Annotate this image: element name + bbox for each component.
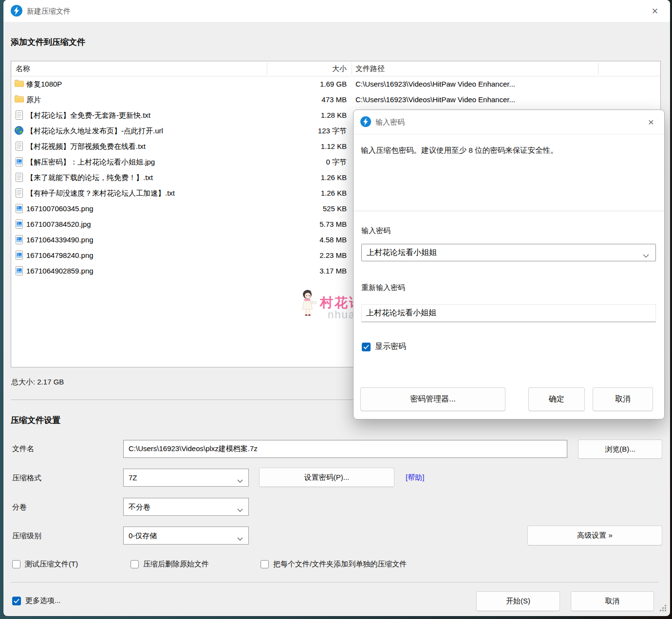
cancel-button[interactable]: 取消 xyxy=(571,591,654,611)
filename-label: 文件名 xyxy=(12,444,34,454)
add-files-heading: 添加文件到压缩文件 xyxy=(11,36,85,48)
file-name: 【村花视频】万部视频免费在线看.txt xyxy=(26,139,146,154)
chevron-down-icon[interactable] xyxy=(643,251,649,260)
dialog-close-icon[interactable]: × xyxy=(644,110,658,134)
password-dialog: 输入密码 × 输入压缩包密码。建议使用至少 8 位的密码来保证安全性。 输入密码… xyxy=(353,109,665,419)
file-size: 1.12 KB xyxy=(267,139,347,154)
file-name: 原片 xyxy=(26,92,41,108)
dialog-divider xyxy=(354,211,664,211)
file-name: 1671007060345.png xyxy=(26,201,93,217)
dialog-cancel-button[interactable]: 取消 xyxy=(593,387,653,411)
bandizip-logo-icon xyxy=(360,116,371,127)
dialog-description: 输入压缩包密码。建议使用至少 8 位的密码来保证安全性。 xyxy=(361,145,657,156)
column-header-path[interactable]: 文件路径 xyxy=(355,61,385,75)
chevron-down-icon xyxy=(237,505,243,513)
checkbox-icon[interactable] xyxy=(261,560,269,568)
checkbox-icon[interactable] xyxy=(131,560,139,568)
image-file-icon xyxy=(14,204,24,214)
file-size: 4.58 MB xyxy=(267,232,347,248)
image-file-icon xyxy=(14,157,24,167)
text-file-icon xyxy=(14,173,24,182)
set-password-button[interactable]: 设置密码(P)... xyxy=(259,468,394,487)
format-label: 压缩格式 xyxy=(12,473,41,483)
password-manager-button[interactable]: 密码管理器... xyxy=(360,387,505,411)
image-file-icon xyxy=(14,219,24,229)
password-label: 输入密码 xyxy=(361,226,391,236)
file-row[interactable]: 修复1080P1.69 GBC:\Users\16923\Videos\HitP… xyxy=(11,76,660,92)
dialog-title: 输入密码 xyxy=(375,110,405,134)
password-value: 上村花论坛看小姐姐 xyxy=(367,244,437,261)
volume-dropdown[interactable]: 不分卷 xyxy=(123,498,249,516)
ok-button[interactable]: 确定 xyxy=(528,387,585,411)
confirm-password-input[interactable] xyxy=(361,304,656,322)
column-divider[interactable] xyxy=(598,63,598,74)
confirm-password-label: 重新输入密码 xyxy=(361,283,405,292)
more-options-checkbox[interactable]: 更多选项... xyxy=(12,596,61,605)
file-name: 1671007384520.jpg xyxy=(26,217,91,232)
total-size-label: 总大小: 2.17 GB xyxy=(11,378,64,387)
file-size: 5.73 MB xyxy=(267,217,347,232)
chevron-down-icon xyxy=(237,534,243,542)
format-value: 7Z xyxy=(129,469,137,486)
image-file-icon xyxy=(14,235,24,245)
titlebar[interactable]: 新建压缩文件 × xyxy=(3,0,670,22)
column-header-size[interactable]: 大小 xyxy=(267,61,347,75)
file-name: 1671064339490.png xyxy=(26,232,93,248)
file-name: 【村花论坛】全免费-无套路-更新快.txt xyxy=(26,108,150,123)
file-name: 【有种子却没速度？来村花论坛人工加速】.txt xyxy=(26,185,175,201)
checkbox-icon[interactable] xyxy=(12,560,20,568)
file-size: 1.26 KB xyxy=(267,185,347,201)
file-size: 525 KB xyxy=(267,201,347,217)
watermark-mascot-icon xyxy=(299,289,318,319)
file-name: 【来了就能下载的论坛，纯免费！】.txt xyxy=(26,170,153,185)
show-password-checkbox[interactable]: 显示密码 xyxy=(362,342,406,352)
file-path: C:\Users\16923\Videos\HitPaw Video Enhan… xyxy=(355,76,658,92)
folder-file-icon xyxy=(14,95,24,105)
column-divider[interactable] xyxy=(267,63,267,74)
file-row[interactable]: 原片473 MBC:\Users\16923\Videos\HitPaw Vid… xyxy=(11,92,660,108)
text-file-icon xyxy=(14,142,24,151)
column-divider[interactable] xyxy=(352,63,352,74)
bandizip-logo-icon xyxy=(11,5,22,17)
test-archive-label: 测试压缩文件(T) xyxy=(25,560,78,569)
file-name: 修复1080P xyxy=(26,76,62,92)
url-file-icon xyxy=(14,126,24,136)
file-name: 【村花论坛永久地址发布页】-点此打开.url xyxy=(26,123,163,139)
level-dropdown[interactable]: 0-仅存储 xyxy=(123,527,249,545)
chevron-down-icon xyxy=(237,476,243,484)
separate-archives-checkbox[interactable]: 把每个文件/文件夹添加到单独的压缩文件 xyxy=(261,560,407,569)
checkbox-checked-icon[interactable] xyxy=(362,343,371,351)
level-value: 0-仅存储 xyxy=(129,527,157,544)
text-file-icon xyxy=(14,110,24,120)
image-file-icon xyxy=(14,266,24,276)
file-size: 3.17 MB xyxy=(267,263,347,279)
delete-after-checkbox[interactable]: 压缩后删除原始文件 xyxy=(131,560,209,569)
volume-value: 不分卷 xyxy=(129,498,150,515)
file-size: 123 字节 xyxy=(267,123,347,139)
volume-label: 分卷 xyxy=(12,503,27,512)
folder-file-icon xyxy=(14,79,24,89)
browse-button[interactable]: 浏览(B)... xyxy=(578,439,662,459)
password-combo[interactable]: 上村花论坛看小姐姐 xyxy=(361,244,656,261)
format-dropdown[interactable]: 7Z xyxy=(123,469,249,487)
window-close-icon[interactable]: × xyxy=(648,0,662,22)
file-size: 2.23 MB xyxy=(267,248,347,263)
file-size: 1.69 GB xyxy=(267,76,347,92)
dialog-titlebar[interactable]: 输入密码 × xyxy=(354,110,664,134)
advanced-settings-button[interactable]: 高级设置 » xyxy=(527,526,662,546)
show-password-label: 显示密码 xyxy=(375,342,406,352)
start-button[interactable]: 开始(S) xyxy=(476,591,560,611)
checkbox-checked-icon[interactable] xyxy=(12,597,21,605)
file-path: C:\Users\16923\Videos\HitPaw Video Enhan… xyxy=(355,92,658,108)
help-link[interactable]: [帮助] xyxy=(406,473,424,482)
file-size: 1.28 KB xyxy=(267,108,347,123)
resize-grip[interactable] xyxy=(659,604,667,614)
filename-input[interactable] xyxy=(123,440,567,458)
test-archive-checkbox[interactable]: 测试压缩文件(T) xyxy=(12,560,78,569)
file-name: 1671064798240.png xyxy=(26,248,93,263)
file-list-header: 名称 大小 文件路径 xyxy=(11,61,660,76)
text-file-icon xyxy=(14,188,24,198)
column-header-name[interactable]: 名称 xyxy=(16,61,30,75)
archive-settings-heading: 压缩文件设置 xyxy=(11,415,60,426)
window-title: 新建压缩文件 xyxy=(27,0,71,22)
